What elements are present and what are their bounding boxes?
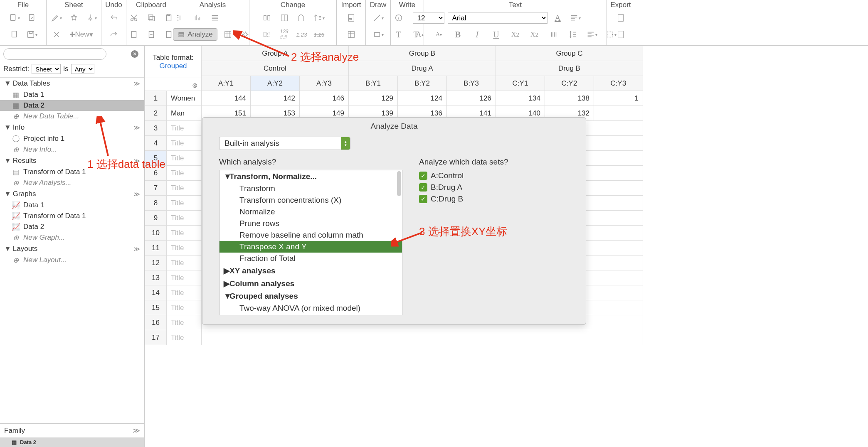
change-icon-3[interactable]	[295, 11, 309, 25]
row-label[interactable]: Women	[167, 91, 202, 106]
row-number[interactable]: 6	[145, 166, 167, 181]
nav-header-layouts[interactable]: ▼Layouts≫	[0, 243, 144, 255]
draw-shape-icon[interactable]: ▾	[371, 27, 385, 42]
row-label[interactable]: Title	[167, 181, 202, 196]
table-row[interactable]: 1 Women 144 142 146 129 124 126 134 138 …	[145, 91, 643, 106]
row-number[interactable]: 13	[145, 270, 167, 285]
clear-search-icon[interactable]: ✕	[131, 50, 138, 58]
checkbox-checked-icon[interactable]: ✓	[419, 195, 427, 203]
row-label[interactable]: Title	[167, 196, 202, 211]
row-number[interactable]: 14	[145, 285, 167, 300]
row-label[interactable]: Title	[167, 166, 202, 181]
spacing-icon[interactable]	[547, 27, 561, 42]
analyze-button[interactable]: Analyze	[173, 28, 217, 41]
subcol-by3[interactable]: B:Y3	[447, 76, 496, 91]
decrease-font-icon[interactable]: A▾	[432, 27, 446, 42]
restrict-value-select[interactable]: Any	[71, 64, 94, 74]
delete-sheet-icon[interactable]	[49, 27, 64, 42]
strike-123-icon[interactable]: 1.23	[312, 27, 326, 42]
row-number[interactable]: 11	[145, 241, 167, 255]
clear-cell-icon[interactable]: ⊗	[192, 81, 197, 89]
dataset-item[interactable]: ✓C:Drug B	[419, 193, 569, 205]
analysis-icon-1[interactable]	[173, 11, 187, 25]
cell[interactable]: 124	[398, 91, 447, 106]
checkbox-checked-icon[interactable]: ✓	[419, 183, 427, 192]
new-file-icon[interactable]: ▾	[7, 11, 22, 25]
row-number[interactable]: 8	[145, 196, 167, 211]
paste-link-icon[interactable]	[144, 27, 158, 42]
nav-item-new-layout[interactable]: ⊕New Layout...	[0, 255, 144, 265]
row-number[interactable]: 7	[145, 181, 167, 196]
row-label[interactable]: Title	[167, 255, 202, 270]
change-icon-5[interactable]	[260, 27, 274, 42]
cut-icon[interactable]	[127, 11, 141, 25]
table-row[interactable]: 17Title	[145, 330, 643, 345]
analysis-icon-2[interactable]	[190, 11, 205, 25]
grid-analysis-icon[interactable]	[221, 27, 235, 42]
nav-item-graph-transform[interactable]: 📈Transform of Data 1	[0, 211, 144, 221]
analysis-item[interactable]: Two-way ANOVA (or mixed model)	[219, 302, 402, 314]
text-T-icon[interactable]: T	[392, 27, 406, 42]
subcol-ay1[interactable]: A:Y1	[202, 76, 251, 91]
analysis-item[interactable]: Three-way ANOVA (or mixed model)	[219, 314, 402, 315]
row-number[interactable]: 2	[145, 106, 167, 121]
cell[interactable]: 146	[300, 91, 349, 106]
analysis-group-column[interactable]: ▶Column analyses	[219, 277, 402, 290]
nav-item-transform-result[interactable]: ▤Transform of Data 1	[0, 167, 144, 177]
nav-item-new-data-table[interactable]: ⊕New Data Table...	[0, 111, 144, 122]
nav-header-results[interactable]: ▼Results≫	[0, 155, 144, 167]
copy-icon[interactable]	[144, 11, 158, 25]
nav-item-data1[interactable]: ▦Data 1	[0, 89, 144, 100]
row-number[interactable]: 4	[145, 136, 167, 151]
open-file-icon[interactable]	[25, 11, 39, 25]
analysis-list[interactable]: ▼Transform, Normalize... Transform Trans…	[219, 170, 402, 315]
cell[interactable]: 126	[447, 91, 496, 106]
star-icon[interactable]	[67, 11, 81, 25]
analysis-item[interactable]: Transform	[219, 183, 402, 194]
analysis-group-transform[interactable]: ▼Transform, Normalize...	[219, 170, 402, 183]
dataset-item[interactable]: ✓B:Drug A	[419, 182, 569, 193]
subcol-by1[interactable]: B:Y1	[349, 76, 398, 91]
draw-line-icon[interactable]: ▾	[371, 11, 385, 25]
row-label[interactable]: Title	[167, 136, 202, 151]
row-label[interactable]: Title	[167, 330, 202, 345]
analysis-type-dropdown[interactable]: Built-in analysis	[219, 137, 350, 150]
row-number[interactable]: 9	[145, 211, 167, 226]
cell[interactable]: 138	[545, 91, 594, 106]
undo-icon[interactable]	[107, 11, 121, 25]
cell[interactable]: 134	[496, 91, 545, 106]
cell[interactable]: 142	[251, 91, 300, 106]
font-color-icon[interactable]: A	[551, 11, 565, 25]
nav-header-data-tables[interactable]: ▼Data Tables≫	[0, 78, 144, 89]
dataset-item[interactable]: ✓A:Control	[419, 170, 569, 182]
subcol-cy2[interactable]: C:Y2	[545, 76, 594, 91]
group-label-b[interactable]: Drug A	[349, 61, 496, 76]
align-icon[interactable]: ▾	[585, 27, 599, 42]
analysis-icon-3[interactable]	[208, 11, 222, 25]
row-label[interactable]: Title	[167, 270, 202, 285]
info-circle-icon[interactable]	[392, 11, 406, 25]
close-file-icon[interactable]	[7, 27, 22, 42]
export-txt-icon[interactable]	[614, 27, 628, 42]
subcol-by2[interactable]: B:Y2	[398, 76, 447, 91]
subcol-cy1[interactable]: C:Y1	[496, 76, 545, 91]
group-label-c[interactable]: Drug B	[496, 61, 643, 76]
cell[interactable]: 1	[594, 91, 643, 106]
row-number[interactable]: 12	[145, 255, 167, 270]
row-number[interactable]: 10	[145, 226, 167, 241]
scrollbar[interactable]	[397, 171, 401, 196]
underline-icon[interactable]: U	[489, 27, 503, 42]
row-label[interactable]: Title	[167, 241, 202, 255]
search-input[interactable]	[3, 48, 106, 60]
nav-item-data2[interactable]: ▦Data 2	[0, 100, 144, 111]
subcol-ay2[interactable]: A:Y2	[251, 76, 300, 91]
row-label[interactable]: Title	[167, 226, 202, 241]
row-label[interactable]: Title	[167, 151, 202, 166]
bold-icon[interactable]: B	[451, 27, 465, 42]
line-height-icon[interactable]	[566, 27, 580, 42]
superscript-icon[interactable]: X2	[508, 27, 523, 42]
row-number[interactable]: 1	[145, 91, 167, 106]
font-name-select[interactable]: Arial	[448, 12, 547, 24]
row-label[interactable]: Title	[167, 300, 202, 315]
change-icon-2[interactable]	[277, 11, 291, 25]
